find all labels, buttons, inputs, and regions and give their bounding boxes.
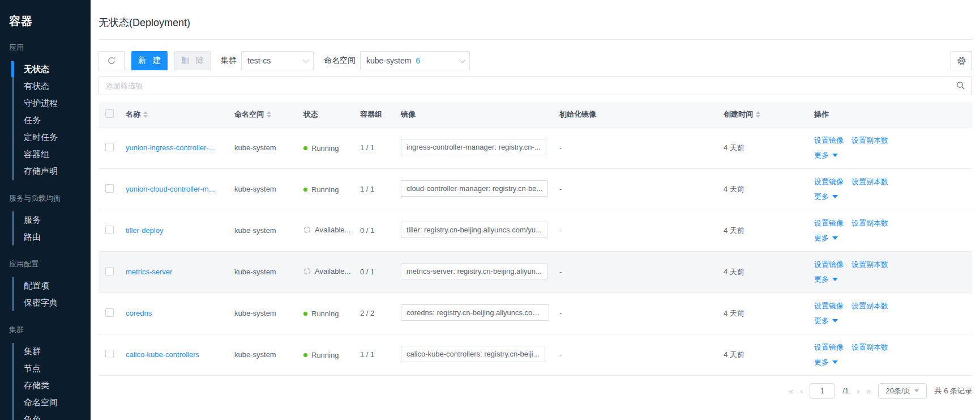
- column-header-init-image: 初始化镜像: [557, 102, 721, 127]
- row-checkbox[interactable]: [105, 143, 114, 151]
- deployment-name-link[interactable]: yunion-ingress-controller-...: [126, 143, 215, 152]
- sidebar-item-pods[interactable]: 容器组: [14, 146, 91, 163]
- cell-pods: 2 / 2: [358, 292, 399, 334]
- table-row: yunion-ingress-controller-... kube-syste…: [99, 127, 972, 168]
- cell-init-image: -: [557, 210, 721, 251]
- row-checkbox[interactable]: [105, 184, 114, 193]
- sidebar-item-role[interactable]: 角色: [14, 411, 91, 420]
- page-number-input[interactable]: 1: [810, 383, 835, 399]
- set-image-link[interactable]: 设置镜像: [814, 343, 844, 351]
- page-size-select[interactable]: 20条/页: [878, 383, 927, 399]
- caret-down-icon: [832, 195, 838, 198]
- chevron-down-icon: [303, 57, 309, 63]
- refresh-button[interactable]: [99, 51, 125, 70]
- image-tag: ingress-controller-manager: registry.cn-…: [401, 139, 546, 155]
- set-replicas-link[interactable]: 设置副本数: [851, 219, 888, 227]
- more-link[interactable]: 更多: [814, 192, 838, 201]
- gear-icon: [957, 56, 966, 66]
- deployment-name-link[interactable]: metrics-server: [126, 268, 172, 276]
- page-size-value: 20条/页: [885, 386, 910, 396]
- prev-page-icon[interactable]: ‹: [800, 386, 802, 396]
- row-checkbox[interactable]: [105, 267, 114, 275]
- delete-button[interactable]: 删 除: [174, 51, 211, 70]
- sidebar-item-configmap[interactable]: 配置项: [14, 277, 91, 294]
- set-image-link[interactable]: 设置镜像: [814, 260, 844, 269]
- cell-init-image: -: [557, 127, 721, 168]
- caret-down-icon: [832, 278, 838, 281]
- column-header-namespace: 命名空间: [234, 109, 264, 120]
- first-page-icon[interactable]: «: [789, 386, 792, 396]
- cell-namespace: kube-system: [232, 210, 301, 251]
- row-checkbox[interactable]: [105, 350, 114, 358]
- sidebar-item-job[interactable]: 任务: [14, 112, 91, 129]
- more-link[interactable]: 更多: [814, 358, 838, 366]
- more-link[interactable]: 更多: [814, 234, 838, 242]
- namespace-select[interactable]: kube-system 6: [360, 51, 470, 70]
- sidebar-item-node[interactable]: 节点: [14, 360, 91, 377]
- search-icon[interactable]: [956, 81, 965, 90]
- cell-actions: 设置镜像设置副本数 更多: [812, 168, 972, 210]
- column-header-created: 创建时间: [724, 109, 753, 120]
- sidebar-item-cronjob[interactable]: 定时任务: [14, 129, 91, 146]
- row-checkbox[interactable]: [105, 308, 114, 317]
- title-divider: [99, 39, 972, 40]
- select-all-checkbox[interactable]: [105, 109, 114, 118]
- sidebar-title: 容器: [0, 0, 91, 29]
- sidebar-item-cluster[interactable]: 集群: [14, 343, 91, 360]
- set-replicas-link[interactable]: 设置副本数: [851, 343, 888, 351]
- more-link[interactable]: 更多: [814, 316, 838, 325]
- more-link[interactable]: 更多: [814, 151, 838, 159]
- set-image-link[interactable]: 设置镜像: [814, 219, 844, 227]
- cell-namespace: kube-system: [232, 127, 301, 168]
- cell-init-image: -: [557, 292, 721, 334]
- sort-namespace-icon[interactable]: [267, 111, 271, 118]
- sort-name-icon[interactable]: [143, 111, 148, 118]
- sidebar-item-namespace[interactable]: 命名空间: [14, 394, 91, 411]
- deployment-name-link[interactable]: calico-kube-controllers: [126, 350, 199, 359]
- filter-input[interactable]: [99, 76, 972, 95]
- status-running-icon: [303, 188, 307, 192]
- set-image-link[interactable]: 设置镜像: [814, 136, 844, 145]
- sidebar-item-secret[interactable]: 保密字典: [14, 294, 91, 311]
- sidebar-item-ingress[interactable]: 路由: [14, 228, 91, 245]
- settings-button[interactable]: [951, 51, 972, 70]
- status-progress-icon: [303, 268, 311, 275]
- sidebar-item-daemonset[interactable]: 守护进程: [14, 95, 91, 112]
- cell-pods: 1 / 1: [358, 168, 399, 210]
- create-button[interactable]: 新 建: [131, 51, 168, 70]
- status-progress-icon: [303, 226, 311, 234]
- next-page-icon[interactable]: ›: [857, 386, 858, 396]
- cell-init-image: -: [557, 168, 721, 210]
- sidebar-item-pvc[interactable]: 存储声明: [14, 163, 91, 180]
- status-text: Running: [311, 309, 339, 318]
- set-replicas-link[interactable]: 设置副本数: [851, 260, 888, 269]
- status-running-icon: [303, 353, 307, 357]
- cell-init-image: -: [557, 334, 721, 375]
- set-image-link[interactable]: 设置镜像: [814, 177, 844, 186]
- deployment-name-link[interactable]: tiller-deploy: [126, 226, 163, 235]
- cluster-label: 集群: [221, 56, 237, 66]
- cluster-select[interactable]: test-cs: [241, 51, 314, 70]
- table-row: coredns kube-system Running 2 / 2 coredn…: [99, 292, 972, 334]
- cell-actions: 设置镜像设置副本数 更多: [812, 334, 972, 375]
- sort-created-icon[interactable]: [756, 111, 760, 118]
- set-replicas-link[interactable]: 设置副本数: [851, 136, 888, 145]
- set-replicas-link[interactable]: 设置副本数: [851, 302, 888, 310]
- sidebar-item-statefulset[interactable]: 有状态: [14, 78, 91, 95]
- sidebar-item-deployment[interactable]: 无状态: [14, 61, 91, 78]
- deployment-name-link[interactable]: coredns: [126, 309, 152, 317]
- set-replicas-link[interactable]: 设置副本数: [851, 177, 888, 186]
- cluster-select-value: test-cs: [247, 56, 271, 65]
- sidebar: 容器 应用 无状态 有状态 守护进程 任务 定时任务 容器组 存储声明 服务与负…: [0, 0, 91, 420]
- set-image-link[interactable]: 设置镜像: [814, 302, 844, 310]
- last-page-icon[interactable]: »: [866, 386, 870, 396]
- sidebar-item-service[interactable]: 服务: [14, 211, 91, 228]
- chevron-down-icon: [459, 57, 465, 63]
- image-tag: metrics-server: registry.cn-beijing.aliy…: [401, 263, 547, 279]
- deployment-name-link[interactable]: yunion-cloud-controller-m...: [126, 185, 215, 193]
- cell-namespace: kube-system: [232, 292, 301, 334]
- cell-created: 4 天前: [721, 127, 812, 168]
- sidebar-item-storageclass[interactable]: 存储类: [14, 377, 91, 394]
- more-link[interactable]: 更多: [814, 275, 838, 283]
- row-checkbox[interactable]: [105, 226, 114, 234]
